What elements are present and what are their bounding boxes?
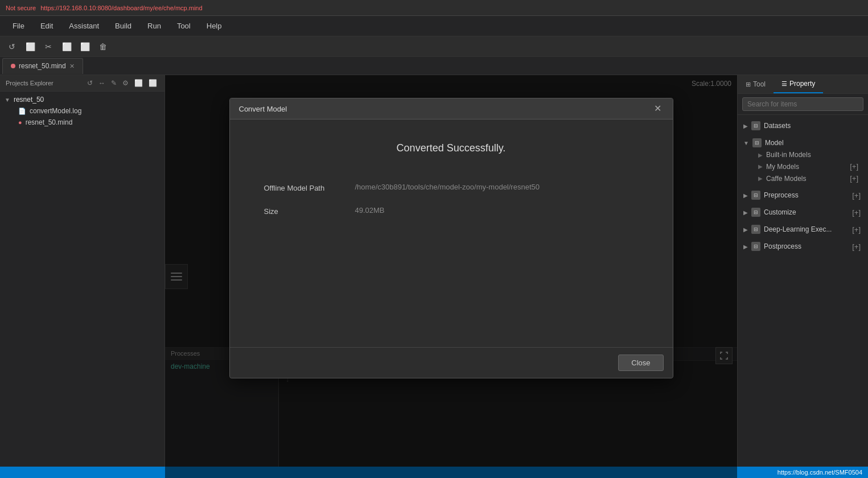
toolbar-cut-btn[interactable]: ✂ [41,39,56,54]
category-preprocess-label: Preprocess [764,191,799,199]
caffe-arrow-icon: ▶ [758,175,763,182]
datasets-icon: ⊟ [751,121,760,130]
menu-tool[interactable]: Tool [169,19,199,32]
category-customize-header[interactable]: ▶ ⊟ Customize [+] [741,206,865,219]
convert-model-dialog: Convert Model ✕ Converted Successfully. … [229,98,673,378]
model-icon: ⊟ [752,138,762,147]
canvas-area: Scale:1.0000 Processes dev-machine [165,75,737,478]
category-deeplearning-header[interactable]: ▶ ⊟ Deep-Learning Exec... [+] [741,223,865,236]
log-file-icon: 📄 [18,108,26,115]
dialog-success-message: Converted Successfully. [264,142,639,154]
category-postprocess-header[interactable]: ▶ ⊟ Postprocess [+] [741,240,865,253]
projects-explorer-title: Projects Explorer [6,80,54,86]
right-tab-tool[interactable]: ⊞ Tool [738,75,774,93]
search-input[interactable] [742,97,863,111]
field-value-size: 49.02MB [355,206,639,215]
menu-assistant[interactable]: Assistant [61,19,107,32]
dialog-close-btn[interactable]: ✕ [652,104,664,113]
toolbar-paste-btn[interactable]: ⬜ [77,39,92,54]
panel-expand-icon[interactable]: ⬜ [133,79,145,88]
preprocess-plus-btn[interactable]: [+] [850,191,862,200]
panel-collapse-icon[interactable]: ⬜ [147,79,159,88]
right-panel: ⊞ Tool ☰ Property ▶ ⊟ Datasets [737,75,868,478]
tree-root-item[interactable]: ▼ resnet_50 [0,94,164,105]
category-model-header[interactable]: ▼ ⊟ Model [741,137,865,149]
browser-url: https://192.168.0.10:8080/dashboard/my/e… [40,5,202,11]
postprocess-icon: ⊟ [751,242,760,251]
tab-close-btn[interactable]: ✕ [69,63,75,70]
category-customize-label: Customize [764,208,796,216]
toolbar-save-btn[interactable]: ⬜ [23,39,38,54]
right-panel-tabs: ⊞ Tool ☰ Property [738,75,868,94]
project-tree: ▼ resnet_50 📄 convertModel.log ● resnet_… [0,92,164,478]
items-list: ▶ ⊟ Datasets ▼ ⊟ Model ▶ Built-in Models… [738,115,868,478]
status-url: https://blog.csdn.net/SMF0504 [778,469,862,476]
panel-edit-icon[interactable]: ✎ [109,79,118,88]
dialog-field-path: Offline Model Path /home/c30b891/tools/c… [264,183,639,192]
sub-item-mymodels-label: My Models [766,163,799,171]
tab-label: resnet_50.mind [19,62,66,70]
toolbar-delete-btn[interactable]: 🗑 [96,39,110,54]
toolbar: ↺ ⬜ ✂ ⬜ ⬜ 🗑 [0,36,868,57]
category-customize: ▶ ⊟ Customize [+] [738,204,868,221]
toolbar-copy-btn[interactable]: ⬜ [59,39,74,54]
category-preprocess: ▶ ⊟ Preprocess [+] [738,187,868,204]
customize-plus-btn[interactable]: [+] [850,208,862,217]
panel-settings-icon[interactable]: ⚙ [121,79,130,88]
caffe-plus-btn[interactable]: [+] [848,174,860,183]
menu-build[interactable]: Build [107,19,139,32]
menu-file[interactable]: File [5,19,32,32]
sub-item-builtin[interactable]: ▶ Built-in Models [741,149,865,160]
dialog-close-button[interactable]: Close [618,355,663,371]
right-tab-property-label: Property [789,80,815,88]
tool-tab-icon: ⊞ [746,81,751,88]
projects-explorer-header: Projects Explorer ↺ ↔ ✎ ⚙ ⬜ ⬜ [0,75,164,92]
editor-tab[interactable]: resnet_50.mind ✕ [2,58,83,74]
postprocess-plus-btn[interactable]: [+] [850,242,862,251]
tab-bar: resnet_50.mind ✕ [0,57,868,75]
tree-child-log[interactable]: 📄 convertModel.log [0,105,164,117]
mind-file-icon: ● [18,119,22,126]
category-datasets-header[interactable]: ▶ ⊟ Datasets [741,120,865,132]
panel-icon-group: ↺ ↔ ✎ ⚙ ⬜ ⬜ [85,79,159,88]
tab-dot [11,64,15,68]
panel-refresh-icon[interactable]: ↺ [85,79,94,88]
menu-help[interactable]: Help [199,19,230,32]
builtin-arrow-icon: ▶ [758,152,763,158]
toolbar-refresh-btn[interactable]: ↺ [5,39,19,54]
right-tab-property[interactable]: ☰ Property [774,75,823,93]
category-preprocess-header[interactable]: ▶ ⊟ Preprocess [+] [741,189,865,201]
deeplearning-plus-btn[interactable]: [+] [850,225,862,234]
menu-run[interactable]: Run [139,19,169,32]
preprocess-arrow-icon: ▶ [743,192,748,199]
tree-child-mind[interactable]: ● resnet_50.mind [0,117,164,128]
category-model: ▼ ⊟ Model ▶ Built-in Models ▶ My Models … [738,134,868,187]
dialog-footer: Close [230,347,673,378]
menu-edit[interactable]: Edit [32,19,61,32]
tree-child-mind-label: resnet_50.mind [26,118,73,126]
dialog-field-size: Size 49.02MB [264,206,639,216]
datasets-arrow-icon: ▶ [743,123,748,129]
sub-item-mymodels[interactable]: ▶ My Models [+] [741,160,865,172]
customize-icon: ⊟ [751,208,760,217]
main-layout: Projects Explorer ↺ ↔ ✎ ⚙ ⬜ ⬜ ▼ resnet_5… [0,75,868,478]
sub-item-caffe-label: Caffe Models [766,175,806,183]
category-deeplearning-label: Deep-Learning Exec... [764,225,832,233]
sub-item-builtin-label: Built-in Models [766,151,811,159]
browser-bar: Not secure https://192.168.0.10:8080/das… [0,0,868,16]
panel-sync-icon[interactable]: ↔ [97,79,107,88]
property-tab-icon: ☰ [781,80,787,88]
sub-item-caffe[interactable]: ▶ Caffe Models [+] [741,172,865,184]
deeplearning-icon: ⊟ [751,225,760,234]
category-model-label: Model [765,139,784,147]
mymodels-plus-btn[interactable]: [+] [848,162,860,171]
category-postprocess: ▶ ⊟ Postprocess [+] [738,238,868,255]
category-datasets-label: Datasets [764,122,791,130]
search-box [738,94,868,115]
category-postprocess-label: Postprocess [764,242,801,250]
dialog-header: Convert Model ✕ [230,98,673,120]
customize-arrow-icon: ▶ [743,209,748,216]
dialog-body: Converted Successfully. Offline Model Pa… [230,120,673,347]
dialog-overlay: Convert Model ✕ Converted Successfully. … [165,75,737,478]
tree-root-arrow: ▼ [5,97,10,103]
